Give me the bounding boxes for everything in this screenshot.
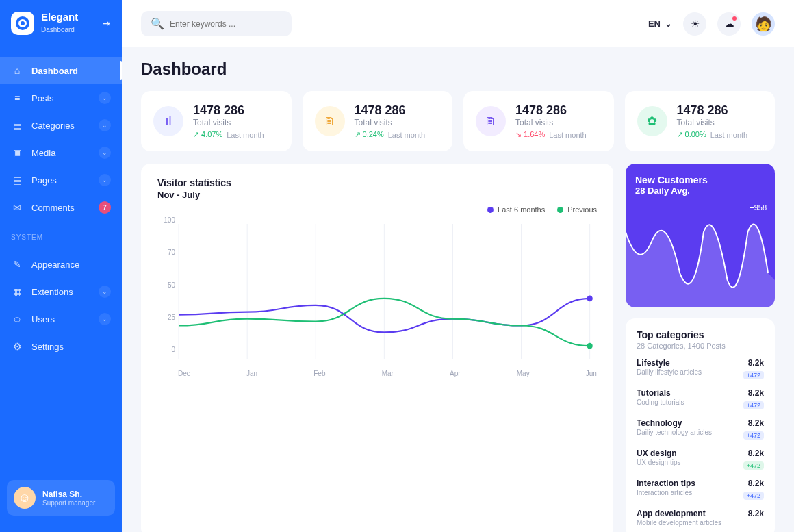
sidebar-item-dashboard[interactable]: ⌂Dashboard <box>0 57 122 84</box>
chevron-down-icon: ⌄ <box>665 18 672 29</box>
stat-card: ıl 1478 286Total visits ↗ 4.07%Last mont… <box>141 91 292 151</box>
category-item[interactable]: Interaction tipsInteraction articles 8.2… <box>637 470 764 501</box>
posts-icon: ≡ <box>11 92 23 104</box>
sidebar-item-appearance[interactable]: ✎Appearance <box>0 251 122 278</box>
sidebar-item-settings[interactable]: ⚙Settings <box>0 333 122 360</box>
chevron-down-icon: ⌄ <box>99 313 111 325</box>
settings-icon: ⚙ <box>11 340 23 353</box>
chevron-down-icon: ⌄ <box>99 286 111 298</box>
language-selector[interactable]: EN ⌄ <box>648 18 672 29</box>
top-categories-title: Top categories <box>637 329 764 340</box>
users-icon: ☺ <box>11 313 23 325</box>
support-avatar: ☺ <box>14 487 36 509</box>
sidebar-section-label: SYSTEM <box>0 221 122 245</box>
visitor-chart-card: Visitor statistics Nov - July Last 6 mon… <box>141 164 613 532</box>
sidebar-item-users[interactable]: ☺Users⌄ <box>0 305 122 333</box>
support-card[interactable]: ☺ Nafisa Sh. Support manager <box>7 480 115 516</box>
notification-icon[interactable]: ☁ <box>717 12 741 36</box>
sidebar-item-comments[interactable]: ✉Comments7 <box>0 194 122 221</box>
logo-icon <box>11 12 34 35</box>
sidebar-item-posts[interactable]: ≡Posts⌄ <box>0 84 122 112</box>
new-customers-avg: 28 Daily Avg. <box>635 186 765 196</box>
new-customers-card: New Customers 28 Daily Avg. +958 <box>626 164 775 307</box>
comments-icon: ✉ <box>11 201 23 214</box>
chart-plot: 1007050250 <box>157 216 597 367</box>
top-categories-card: Top categories 28 Categories, 1400 Posts… <box>626 318 775 532</box>
user-avatar[interactable]: 🧑 <box>752 12 775 36</box>
support-name: Nafisa Sh. <box>42 490 95 499</box>
new-customers-delta: +958 <box>750 203 767 212</box>
stat-icon: 🗎 <box>476 106 506 136</box>
stat-icon: ıl <box>153 106 183 136</box>
support-role: Support manager <box>42 499 95 507</box>
chevron-down-icon: ⌄ <box>99 174 111 186</box>
categories-icon: ▤ <box>11 119 23 131</box>
badge: 7 <box>99 201 111 214</box>
sidebar-item-categories[interactable]: ▤Categories⌄ <box>0 112 122 139</box>
category-item[interactable]: TechnologyDailiy technology articles 8.2… <box>637 410 764 440</box>
chevron-down-icon: ⌄ <box>99 147 111 159</box>
search-input[interactable] <box>170 19 282 29</box>
sidebar-item-media[interactable]: ▣Media⌄ <box>0 139 122 166</box>
sidebar-item-pages[interactable]: ▤Pages⌄ <box>0 166 122 194</box>
stat-card: 🗎 1478 286Total visits ↘ 1.64%Last month <box>463 91 614 151</box>
stat-icon: ✿ <box>637 106 667 136</box>
brand-name: Elegant <box>41 11 78 23</box>
sidebar-collapse-icon[interactable]: ⇥ <box>103 18 111 29</box>
top-categories-subtitle: 28 Categories, 1400 Posts <box>637 342 764 350</box>
appearance-icon: ✎ <box>11 258 23 270</box>
category-item[interactable]: TutorialsCoding tutorials 8.2k+472 <box>637 380 764 410</box>
legend-item: Previous <box>557 205 597 214</box>
chart-subtitle: Nov - July <box>157 190 597 200</box>
page-title: Dashboard <box>141 60 775 79</box>
stat-card: 🗎 1478 286Total visits ↗ 0.24%Last month <box>303 91 453 151</box>
stat-icon: 🗎 <box>315 106 345 136</box>
media-icon: ▣ <box>11 147 23 159</box>
extentions-icon: ▦ <box>11 286 23 298</box>
pages-icon: ▤ <box>11 174 23 186</box>
search-box[interactable]: 🔍 <box>141 11 292 36</box>
svg-point-8 <box>587 343 593 349</box>
chevron-down-icon: ⌄ <box>99 92 111 104</box>
chevron-down-icon: ⌄ <box>99 119 111 131</box>
search-icon: 🔍 <box>151 17 164 30</box>
chart-title: Visitor statistics <box>157 177 597 188</box>
stat-cards: ıl 1478 286Total visits ↗ 4.07%Last mont… <box>141 91 775 151</box>
category-item[interactable]: App developmentMobile development articl… <box>637 501 764 527</box>
brand[interactable]: Elegant Dashboard ⇥ <box>0 11 122 51</box>
new-customers-title: New Customers <box>635 175 765 186</box>
brand-sub: Dashboard <box>41 26 75 34</box>
theme-toggle-icon[interactable]: ☀ <box>683 12 706 36</box>
category-item[interactable]: UX designUX design tips 8.2k+472 <box>637 440 764 470</box>
svg-point-7 <box>587 296 593 302</box>
sidebar-item-extentions[interactable]: ▦Extentions⌄ <box>0 278 122 305</box>
sidebar: Elegant Dashboard ⇥ ⌂Dashboard≡Posts⌄▤Ca… <box>0 0 122 532</box>
legend-item: Last 6 months <box>487 205 545 214</box>
stat-card: ✿ 1478 286Total visits ↗ 0.00%Last month <box>625 91 776 151</box>
topbar: 🔍 EN ⌄ ☀ ☁ 🧑 <box>122 0 794 47</box>
dashboard-icon: ⌂ <box>11 64 23 77</box>
category-item[interactable]: LifestyleDailiy lifestyle articles 8.2k+… <box>637 350 764 380</box>
